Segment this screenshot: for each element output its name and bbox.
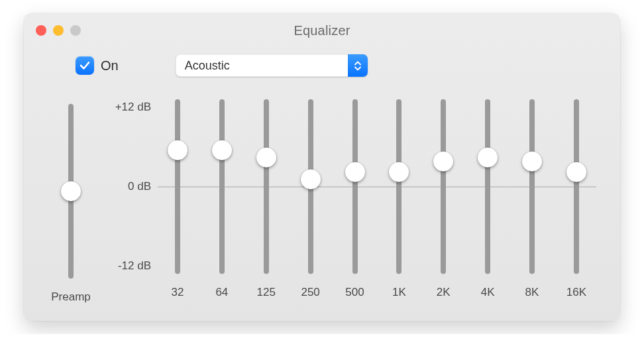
band-column: 125: [246, 97, 286, 299]
band-slider[interactable]: [574, 99, 579, 274]
band-slider[interactable]: [352, 99, 358, 274]
eq-area: Preamp +12 dB 0 dB -12 dB 32641252505001…: [24, 82, 620, 304]
scale-max-label: +12 dB: [115, 101, 151, 114]
band-thumb[interactable]: [168, 140, 188, 160]
band-slider[interactable]: [308, 99, 313, 274]
preamp-label: Preamp: [51, 290, 91, 304]
on-checkbox[interactable]: [76, 56, 94, 75]
band-thumb[interactable]: [256, 148, 276, 167]
preset-value: Acoustic: [176, 54, 348, 77]
band-slider[interactable]: [485, 99, 490, 274]
band-slider[interactable]: [175, 99, 180, 274]
band-thumb[interactable]: [345, 162, 365, 182]
band-freq-label: 125: [257, 286, 276, 299]
band-freq-label: 32: [172, 286, 184, 299]
band-slider[interactable]: [264, 99, 269, 274]
band-column: 4K: [468, 97, 508, 299]
band-column: 500: [335, 97, 375, 299]
band-slider[interactable]: [219, 99, 225, 274]
preamp-slider[interactable]: [68, 104, 74, 279]
band-column: 8K: [512, 97, 552, 299]
band-column: 64: [202, 97, 242, 299]
equalizer-window: Equalizer On Acoustic Pre: [24, 13, 620, 321]
band-column: 16K: [557, 97, 596, 299]
band-slider[interactable]: [441, 99, 446, 274]
band-column: 2K: [423, 97, 463, 299]
window-title: Equalizer: [294, 23, 350, 38]
band-thumb[interactable]: [566, 162, 586, 182]
band-thumb[interactable]: [301, 169, 321, 189]
scale-column: +12 dB 0 dB -12 dB: [94, 99, 158, 274]
chevron-up-icon: [354, 61, 361, 66]
bands-wrap: 32641252505001K2K4K8K16K: [158, 97, 596, 304]
band-freq-label: 64: [215, 286, 228, 299]
checkmark-icon: [79, 60, 91, 71]
maximize-icon[interactable]: [70, 25, 81, 36]
preamp-column: Preamp: [48, 97, 94, 304]
band-thumb[interactable]: [389, 162, 409, 182]
band-slider[interactable]: [396, 99, 402, 274]
band-freq-label: 1K: [392, 286, 406, 299]
band-freq-label: 8K: [525, 286, 539, 299]
close-icon[interactable]: [36, 25, 46, 36]
bands-container: 32641252505001K2K4K8K16K: [158, 97, 596, 299]
preset-arrows: [348, 54, 368, 77]
band-freq-label: 250: [301, 286, 319, 299]
band-slider[interactable]: [529, 99, 535, 274]
on-label: On: [101, 58, 119, 73]
band-thumb[interactable]: [522, 152, 542, 171]
band-thumb[interactable]: [478, 148, 498, 167]
preamp-thumb[interactable]: [61, 181, 81, 201]
preset-select[interactable]: Acoustic: [176, 54, 368, 77]
band-freq-label: 2K: [437, 286, 451, 299]
header-row: On Acoustic: [24, 48, 620, 82]
band-freq-label: 500: [345, 286, 364, 299]
scale-mid-label: 0 dB: [128, 180, 151, 193]
band-freq-label: 4K: [481, 286, 495, 299]
band-column: 250: [291, 97, 331, 299]
band-column: 32: [158, 97, 197, 299]
titlebar: Equalizer: [24, 13, 620, 48]
scale-min-label: -12 dB: [118, 259, 151, 273]
chevron-down-icon: [354, 66, 361, 71]
traffic-lights: [36, 25, 81, 36]
band-thumb[interactable]: [212, 140, 232, 160]
band-freq-label: 16K: [566, 286, 586, 299]
band-column: 1K: [379, 97, 419, 299]
minimize-icon[interactable]: [53, 25, 64, 36]
band-thumb[interactable]: [433, 152, 453, 171]
